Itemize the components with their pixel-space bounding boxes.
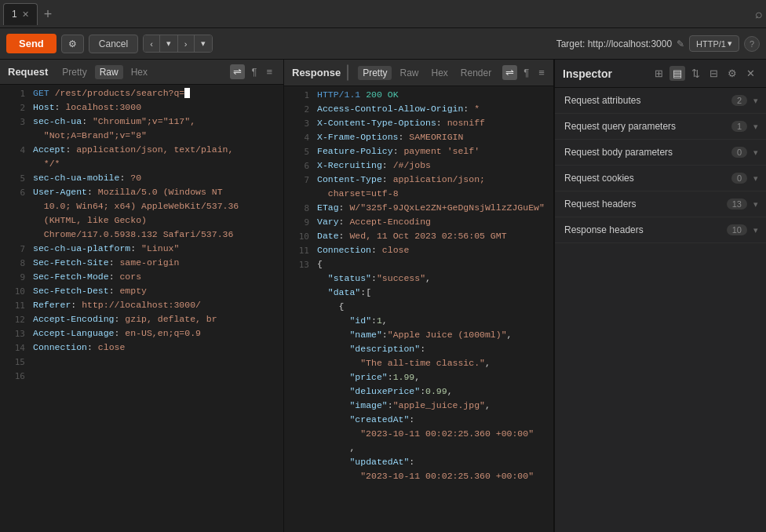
tab-response-hex[interactable]: Hex	[427, 66, 453, 80]
inspector-view-btn2[interactable]: ▤	[669, 66, 685, 81]
tab-response-render[interactable]: Render	[456, 66, 496, 80]
request-line-5: 5 sec-ch-ua-mobile: ?0	[0, 173, 283, 187]
request-line-3b: "Not;A=Brand";v="8"	[0, 130, 283, 144]
response-panel-header: Response ⊞ ▣ ▤ Pretty Raw Hex Render ⇌ ¶…	[284, 60, 553, 86]
inspector-section-body-params[interactable]: Request body parameters 0 ▾	[555, 140, 766, 166]
inspector-section-request-headers[interactable]: Request headers 13 ▾	[555, 191, 766, 217]
response-panel-title: Response	[292, 67, 341, 78]
inspector-section-query-params[interactable]: Request query parameters 1 ▾	[555, 114, 766, 140]
inspector-close-btn[interactable]: ✕	[743, 66, 758, 81]
response-line-10: 10 Date: Wed, 11 Oct 2023 02:56:05 GMT	[284, 231, 553, 245]
word-wrap-button[interactable]: ⇌	[230, 64, 245, 79]
request-line-13: 13 Accept-Language: en-US,en;q=0.9	[0, 328, 283, 342]
request-panel-tabs: Pretty Raw Hex	[57, 65, 152, 79]
request-line-1: 1 GET /rest/products/search?q=	[0, 88, 283, 102]
response-indent-button[interactable]: ¶	[520, 65, 532, 80]
response-line-13: 13 {	[284, 259, 553, 273]
request-line-8: 8 Sec-Fetch-Site: same-origin	[0, 257, 283, 271]
response-code-area[interactable]: 1 HTTP/1.1 200 OK 2 Access-Control-Allow…	[284, 86, 553, 532]
request-line-11: 11 Referer: http://localhost:3000/	[0, 300, 283, 314]
response-line-1: 1 HTTP/1.1 200 OK	[284, 89, 553, 104]
chevron-down-icon: ▾	[753, 148, 758, 158]
tab-bar: 1 ✕ + ⌕	[0, 0, 766, 28]
inspector-icons: ⊞ ▤ ⇅ ⊟ ⚙ ✕	[651, 66, 758, 81]
request-line-4: 4 Accept: application/json, text/plain,	[0, 144, 283, 159]
nav-forward-button[interactable]: ›	[178, 35, 195, 52]
response-wrap-button[interactable]: ⇌	[502, 65, 517, 80]
section-count-request-headers: 13	[727, 199, 747, 210]
request-code-area[interactable]: 1 GET /rest/products/search?q= 2 Host: l…	[0, 85, 283, 532]
tab-1[interactable]: 1 ✕	[3, 3, 38, 25]
inspector-section-request-attributes[interactable]: Request attributes 2 ▾	[555, 88, 766, 114]
response-more-button[interactable]: ≡	[535, 65, 548, 80]
inspector-section-response-headers[interactable]: Response headers 10 ▾	[555, 217, 766, 243]
request-line-14: 14 Connection: close	[0, 342, 283, 356]
settings-button[interactable]: ⚙	[61, 35, 84, 53]
inspector-collapse-btn[interactable]: ⊟	[706, 66, 721, 81]
request-line-12: 12 Accept-Encoding: gzip, deflate, br	[0, 314, 283, 328]
inspector-view-btn1[interactable]: ⊞	[651, 66, 666, 81]
edit-icon[interactable]: ✎	[677, 38, 684, 49]
main-layout: Request Pretty Raw Hex ⇌ ¶ ≡ 1 GET /rest…	[0, 60, 766, 532]
nav-forward-dropdown[interactable]: ▾	[195, 35, 212, 52]
more-button[interactable]: ≡	[263, 64, 275, 79]
response-line-6: 6 X-Recruiting: /#/jobs	[284, 160, 553, 174]
nav-back-dropdown[interactable]: ▾	[160, 35, 178, 52]
nav-back-button[interactable]: ‹	[144, 35, 160, 52]
request-line-7: 7 sec-ch-ua-platform: "Linux"	[0, 243, 283, 257]
help-button[interactable]: ?	[744, 36, 760, 52]
section-count-cookies: 0	[731, 173, 747, 184]
tab-number: 1	[12, 9, 17, 20]
request-panel-header: Request Pretty Raw Hex ⇌ ¶ ≡	[0, 60, 283, 85]
section-count-body-params: 0	[731, 147, 747, 158]
inspector-settings-btn[interactable]: ⚙	[724, 66, 740, 81]
tab-hex[interactable]: Hex	[126, 65, 152, 79]
section-count-request-attributes: 2	[731, 95, 747, 106]
view-toggle: ⊞ ▣ ▤	[347, 64, 348, 81]
request-line-6: 6 User-Agent: Mozilla/5.0 (Windows NT	[0, 187, 283, 201]
view-toggle-split[interactable]: ⊞	[348, 65, 348, 80]
http-version-selector[interactable]: HTTP/1 ▾	[689, 35, 739, 52]
section-label-query-params: Request query parameters	[564, 121, 731, 132]
inspector-sort-btn[interactable]: ⇅	[688, 66, 703, 81]
inspector-header: Inspector ⊞ ▤ ⇅ ⊟ ⚙ ✕	[555, 60, 766, 88]
inspector-section-cookies[interactable]: Request cookies 0 ▾	[555, 166, 766, 191]
request-panel-title: Request	[8, 66, 48, 78]
request-panel-icons: ⇌ ¶ ≡	[230, 64, 275, 79]
send-button[interactable]: Send	[6, 34, 57, 53]
inspector-title: Inspector	[563, 67, 612, 80]
tab-close-icon[interactable]: ✕	[22, 9, 29, 20]
response-panel-icons: ⇌ ¶ ≡	[502, 65, 548, 80]
response-line-9: 9 Vary: Accept-Encoding	[284, 217, 553, 231]
cancel-button[interactable]: Cancel	[89, 35, 138, 53]
indent-button[interactable]: ¶	[248, 64, 260, 79]
chevron-down-icon: ▾	[728, 38, 732, 49]
chevron-down-icon: ▾	[753, 122, 758, 132]
request-line-10: 10 Sec-Fetch-Dest: empty	[0, 286, 283, 300]
section-label-request-attributes: Request attributes	[564, 95, 731, 106]
request-panel: Request Pretty Raw Hex ⇌ ¶ ≡ 1 GET /rest…	[0, 60, 284, 532]
toolbar: Send ⚙ Cancel ‹ ▾ › ▾ Target: http://loc…	[0, 28, 766, 60]
inspector-panel: Inspector ⊞ ▤ ⇅ ⊟ ⚙ ✕ Request attributes…	[554, 60, 766, 532]
request-line-2: 2 Host: localhost:3000	[0, 102, 283, 116]
tab-add-button[interactable]: +	[39, 7, 57, 21]
response-line-7: 7 Content-Type: application/json;	[284, 174, 553, 188]
request-line-9: 9 Sec-Fetch-Mode: cors	[0, 271, 283, 286]
tab-pretty[interactable]: Pretty	[57, 65, 91, 79]
tab-response-raw[interactable]: Raw	[395, 66, 423, 80]
tab-response-pretty[interactable]: Pretty	[358, 66, 392, 80]
nav-buttons: ‹ ▾ › ▾	[143, 35, 212, 53]
tab-raw[interactable]: Raw	[95, 65, 123, 79]
response-panel: Response ⊞ ▣ ▤ Pretty Raw Hex Render ⇌ ¶…	[284, 60, 554, 532]
chevron-down-icon: ▾	[753, 96, 758, 106]
response-line-8: 8 ETag: W/"325f-9JQxLe2ZN+GeDgNsjWllzZJG…	[284, 202, 553, 217]
search-icon[interactable]: ⌕	[755, 7, 763, 21]
request-line-4b: */*	[0, 159, 283, 173]
section-label-cookies: Request cookies	[564, 173, 731, 184]
section-count-query-params: 1	[731, 121, 747, 132]
response-line-11: 11 Connection: close	[284, 245, 553, 259]
section-label-body-params: Request body parameters	[564, 147, 731, 158]
chevron-down-icon: ▾	[753, 199, 758, 210]
response-line-3: 3 X-Content-Type-Options: nosniff	[284, 118, 553, 132]
target-label: Target: http://localhost:3000 ✎	[556, 38, 684, 49]
